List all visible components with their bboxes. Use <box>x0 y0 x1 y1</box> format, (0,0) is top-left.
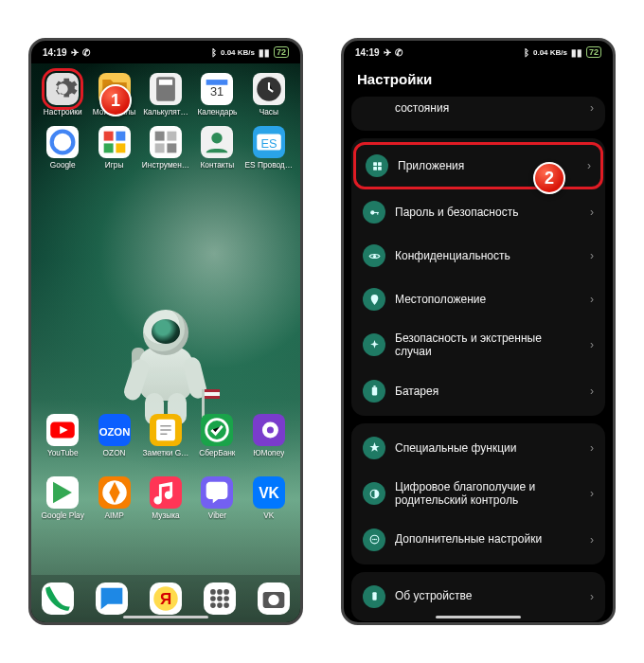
chevron-right-icon: › <box>590 338 594 351</box>
gear-icon <box>46 73 79 105</box>
callout-badge-2: 2 <box>533 162 565 194</box>
app-play[interactable]: Google Play <box>37 473 88 524</box>
svg-rect-8 <box>116 132 125 141</box>
phone-settings: 14:19 ✈ ✆ ᛒ 0.04 KB/s ▮▮ 72 Настройки со… <box>341 38 616 625</box>
svg-rect-46 <box>377 211 378 214</box>
app-contacts[interactable]: Контакты <box>191 122 242 173</box>
dock-sms-icon[interactable] <box>96 582 128 615</box>
app-es[interactable]: ESES Провод… <box>243 122 295 173</box>
settings-row-label: Безопасность и экстренные случаи <box>395 332 542 359</box>
app-tools[interactable]: Инструмен… <box>140 122 191 173</box>
app-ozon[interactable]: OZONOZON <box>88 410 139 461</box>
svg-point-33 <box>224 596 229 601</box>
settings-row-apps[interactable]: Приложения› <box>353 142 603 189</box>
chevron-right-icon: › <box>590 249 594 262</box>
settings-row-privacy[interactable]: Конфиденциальность› <box>353 235 603 277</box>
home-indicator <box>436 616 521 618</box>
app-clock[interactable]: Часы <box>243 69 295 120</box>
svg-point-31 <box>210 596 216 601</box>
settings-row-about[interactable]: Об устройстве› <box>353 576 603 618</box>
svg-rect-14 <box>167 143 176 152</box>
settings-row-label: Приложения <box>398 159 464 172</box>
telegram-icon: ✈ <box>71 47 79 58</box>
app-label: Заметки G… <box>143 448 189 457</box>
wellbeing-icon <box>363 482 385 505</box>
svg-text:31: 31 <box>210 84 224 99</box>
app-youtube[interactable]: YouTube <box>37 410 88 461</box>
settings-row-label: Об устройстве <box>395 589 472 602</box>
app-calendar[interactable]: 31Календарь <box>191 69 242 120</box>
google-icon <box>46 126 79 158</box>
battery-pct: 72 <box>274 46 289 58</box>
settings-row-emergency[interactable]: Безопасность и экстренные случаи› <box>353 322 603 368</box>
viber-icon <box>201 476 233 509</box>
app-games[interactable]: Игры <box>88 122 139 173</box>
app-label: Настройки <box>44 107 82 116</box>
aimp-icon <box>98 476 131 509</box>
app-label: Контакты <box>200 160 234 170</box>
dock-phone-icon[interactable] <box>42 582 74 615</box>
app-gear[interactable]: Настройки <box>37 69 88 120</box>
dock-drawer-icon[interactable] <box>204 582 236 615</box>
svg-rect-1 <box>159 80 172 85</box>
callout-badge-1: 1 <box>99 84 132 116</box>
app-notes[interactable]: Заметки G… <box>140 410 191 461</box>
app-label: Музыка <box>152 511 179 520</box>
calc-icon <box>150 73 182 105</box>
clock-icon <box>253 73 285 105</box>
svg-rect-13 <box>155 143 165 152</box>
privacy-icon <box>363 244 385 267</box>
games-icon <box>98 126 131 158</box>
svg-point-36 <box>224 602 229 608</box>
svg-rect-11 <box>155 132 165 141</box>
app-label: AIMP <box>104 511 123 520</box>
svg-point-52 <box>372 539 374 541</box>
app-aimp[interactable]: AIMP <box>88 473 139 524</box>
app-google[interactable]: Google <box>37 122 88 173</box>
app-music[interactable]: Музыка <box>140 473 191 524</box>
key-icon <box>363 201 385 224</box>
phone-home: 14:19 ✈ ✆ ᛒ 0.04 KB/s ▮▮ 72 НастройкиМои… <box>28 38 303 625</box>
yoomoney-icon <box>253 414 285 446</box>
app-vk[interactable]: VKVK <box>243 473 295 524</box>
vk-icon: VK <box>253 476 285 509</box>
svg-text:ES: ES <box>260 136 277 151</box>
app-sber[interactable]: СберБанк <box>191 410 242 461</box>
calendar-icon: 31 <box>201 73 233 105</box>
svg-point-38 <box>268 595 278 605</box>
settings-group: Специальные функции›Цифровое благополучи… <box>351 423 605 564</box>
chevron-right-icon: › <box>590 441 594 455</box>
app-label: СберБанк <box>199 448 235 457</box>
app-label: OZON <box>103 448 126 457</box>
settings-group: состояния› <box>351 97 605 131</box>
app-yoomoney[interactable]: ЮMoney <box>243 410 295 461</box>
status-time: 14:19 <box>355 47 380 58</box>
settings-row-more[interactable]: Дополнительные настройки› <box>353 519 603 561</box>
home-indicator <box>123 616 208 618</box>
svg-rect-7 <box>103 132 113 141</box>
settings-row-location[interactable]: Местоположение› <box>353 278 603 320</box>
settings-row-wellbeing[interactable]: Цифровое благополучие и родительский кон… <box>353 471 603 517</box>
app-viber[interactable]: Viber <box>191 473 242 524</box>
app-grid-bottom: YouTubeOZONOZONЗаметки G…СберБанкЮMoneyG… <box>37 410 295 524</box>
svg-point-29 <box>217 589 223 595</box>
chevron-right-icon: › <box>590 206 594 219</box>
signal-icon: ▮▮ <box>571 47 582 58</box>
svg-rect-10 <box>116 143 125 152</box>
chevron-right-icon: › <box>590 101 594 115</box>
settings-row-status[interactable]: состояния› <box>353 97 603 127</box>
settings-row-key[interactable]: Пароль и безопасность› <box>353 191 603 233</box>
svg-point-23 <box>267 426 274 433</box>
svg-point-28 <box>210 589 216 595</box>
app-calc[interactable]: Калькулят… <box>140 69 191 120</box>
app-label: Календарь <box>197 107 237 116</box>
apps-icon <box>366 154 388 177</box>
svg-point-30 <box>224 589 229 595</box>
dock-camera-icon[interactable] <box>258 582 290 615</box>
app-label: Игры <box>105 160 124 170</box>
settings-row-battery[interactable]: Батарея› <box>353 370 603 412</box>
settings-group: Приложения›Пароль и безопасность›Конфиде… <box>351 138 605 416</box>
dock-yandex-icon[interactable]: Я <box>150 582 182 615</box>
svg-text:Я: Я <box>160 590 171 608</box>
settings-row-star[interactable]: Специальные функции› <box>353 427 603 469</box>
